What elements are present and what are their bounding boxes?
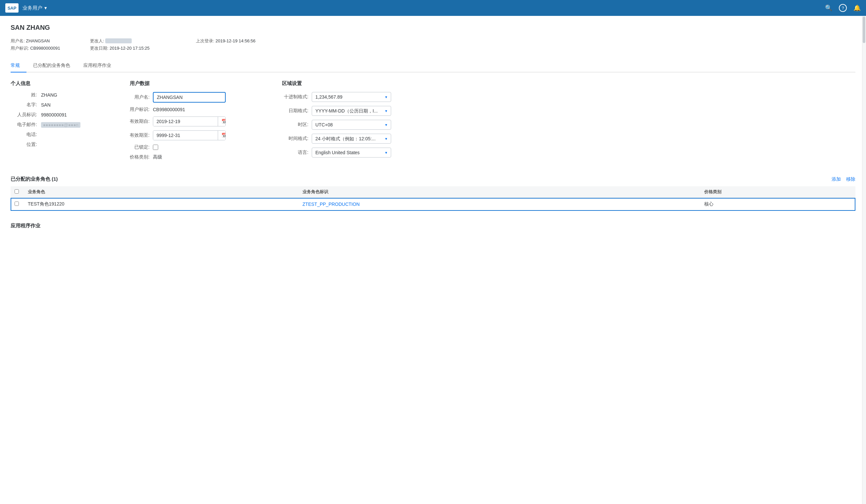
valid-to-input[interactable] (153, 131, 218, 140)
field-firstname: 名字: SAN (11, 102, 116, 108)
roles-title: 已分配的业务角色 (1) (11, 176, 58, 182)
valid-from-calendar-icon[interactable]: 📅 (218, 117, 226, 126)
user-data-section: 用户数据 用户名: 用户标识: CB9980000091 有效期自: 📅 有效期… (130, 80, 269, 164)
region-timezone-row: 时区: UTC+08 (282, 120, 855, 130)
sections-row: 个人信息 姓: ZHANG 名字: SAN 人员标识: 9980000091 电… (11, 80, 855, 164)
select-all-checkbox[interactable] (14, 189, 19, 193)
scrollbar-thumb[interactable] (863, 16, 865, 43)
locked-checkbox[interactable] (153, 145, 158, 150)
chevron-down-icon: ▾ (44, 5, 47, 11)
user-data-userid-row: 用户标识: CB9980000091 (130, 107, 269, 112)
region-settings-title: 区域设置 (282, 80, 855, 87)
region-date-format-row: 日期格式: YYYY-MM-DD（公历日期，I... (282, 106, 855, 116)
meta-last-login-label: 上次登录: (196, 38, 214, 43)
app-title-button[interactable]: 业务用户 ▾ (22, 5, 47, 11)
meta-changedate-label: 更改日期: (90, 46, 109, 51)
meta-info: 用户名: ZHANGSAN 更改人: 上次登录: 2019-12-19 14:5… (11, 38, 855, 51)
roles-table-header: 业务角色 业务角色标识 价格类别 (11, 186, 855, 198)
help-icon[interactable]: ? (839, 4, 847, 12)
col-header-price-cat: 价格类别 (700, 186, 855, 198)
locked-label: 已锁定: (130, 144, 149, 150)
meta-modifier-row: 更改人: (90, 38, 196, 44)
time-format-select[interactable]: 24 小时格式（例如：12:05:... (312, 134, 391, 144)
tabs-container: 常规 已分配的业务角色 应用程序作业 (11, 59, 855, 72)
language-select-wrapper: English United States (312, 148, 391, 157)
user-data-userid-label: 用户标识: (130, 107, 149, 112)
timezone-label: 时区: (282, 122, 308, 128)
valid-from-input[interactable] (153, 117, 218, 126)
user-data-valid-from-row: 有效期自: 📅 (130, 116, 269, 126)
field-firstname-label: 名字: (11, 102, 37, 108)
valid-to-label: 有效期至: (130, 132, 149, 138)
roles-header: 已分配的业务角色 (1) 添加 移除 (11, 176, 855, 182)
meta-username-value: ZHANGSAN (26, 38, 49, 43)
roles-actions: 添加 移除 (832, 176, 855, 182)
assigned-roles-section: 已分配的业务角色 (1) 添加 移除 业务角色 业务角色标识 价格类别 (11, 176, 855, 211)
col-header-role-id: 业务角色标识 (299, 186, 700, 198)
field-personnel-id-value: 9980000091 (41, 112, 67, 117)
field-firstname-value: SAN (41, 102, 51, 108)
meta-userid-row: 用户标识: CB9980000091 (11, 45, 90, 51)
time-format-select-wrapper: 24 小时格式（例如：12:05:... (312, 134, 391, 144)
valid-from-label: 有效期自: (130, 119, 149, 124)
meta-modifier-value (105, 38, 132, 43)
meta-username-row: 用户名: ZHANGSAN (11, 38, 90, 44)
region-decimal-row: 十进制格式: 1,234,567.89 (282, 92, 855, 102)
valid-from-wrapper: 📅 (153, 116, 226, 126)
decimal-label: 十进制格式: (282, 94, 308, 100)
row-role-name: TEST角色191220 (24, 198, 299, 211)
row-checkbox-cell (11, 198, 24, 211)
page-title: SAN ZHANG (11, 24, 855, 32)
meta-userid-value: CB9980000091 (30, 46, 60, 51)
field-location-label: 位置: (11, 142, 37, 148)
date-format-select-wrapper: YYYY-MM-DD（公历日期，I... (312, 106, 391, 116)
roles-table-body: TEST角色191220 ZTEST_PP_PRODUCTION 核心 (11, 198, 855, 211)
user-data-username-row: 用户名: (130, 92, 269, 103)
sap-logo: SAP (5, 3, 19, 13)
timezone-select[interactable]: UTC+08 (312, 120, 391, 130)
tab-jobs[interactable]: 应用程序作业 (77, 59, 118, 72)
date-format-select[interactable]: YYYY-MM-DD（公历日期，I... (312, 106, 391, 116)
row-checkbox[interactable] (14, 202, 19, 206)
main-content: SAN ZHANG 用户名: ZHANGSAN 更改人: 上次登录: 2019-… (0, 16, 866, 504)
valid-to-calendar-icon[interactable]: 📅 (218, 131, 226, 140)
search-icon[interactable]: 🔍 (825, 4, 832, 12)
username-input[interactable] (153, 92, 226, 103)
header-left: SAP 业务用户 ▾ (5, 3, 47, 13)
field-phone-label: 电话: (11, 132, 37, 138)
field-email: 电子邮件: ●●●●●●●●@●●●n (11, 122, 116, 128)
app-jobs-section: 应用程序作业 (11, 223, 855, 229)
region-settings-section: 区域设置 十进制格式: 1,234,567.89 日期格式: YYYY-MM-D… (282, 80, 855, 164)
field-personnel-id-label: 人员标识: (11, 112, 37, 118)
meta-username-label: 用户名: (11, 38, 25, 43)
price-category-value: 高级 (153, 154, 162, 160)
personal-info-section: 个人信息 姓: ZHANG 名字: SAN 人员标识: 9980000091 电… (11, 80, 116, 164)
notification-icon[interactable]: 🔔 (853, 4, 861, 12)
row-role-id[interactable]: ZTEST_PP_PRODUCTION (299, 198, 700, 211)
user-data-locked-row: 已锁定: (130, 144, 269, 150)
price-category-label: 价格类别: (130, 154, 149, 160)
add-role-button[interactable]: 添加 (832, 176, 841, 182)
field-lastname-value: ZHANG (41, 92, 57, 98)
meta-modifier-label: 更改人: (90, 38, 104, 43)
meta-userid-label: 用户标识: (11, 46, 29, 51)
app-title-label: 业务用户 (22, 5, 42, 11)
locked-checkbox-wrapper (153, 145, 158, 150)
user-data-valid-to-row: 有效期至: 📅 (130, 131, 269, 140)
field-phone: 电话: (11, 132, 116, 138)
language-select[interactable]: English United States (312, 148, 391, 157)
field-email-label: 电子邮件: (11, 122, 37, 128)
tab-roles[interactable]: 已分配的业务角色 (26, 59, 77, 72)
tab-general[interactable]: 常规 (11, 59, 26, 72)
remove-role-button[interactable]: 移除 (846, 176, 855, 182)
scrollbar-track[interactable] (862, 16, 866, 504)
meta-last-login-row: 上次登录: 2019-12-19 14:56:56 (196, 38, 855, 44)
date-format-label: 日期格式: (282, 108, 308, 114)
timezone-select-wrapper: UTC+08 (312, 120, 391, 130)
meta-last-login-value: 2019-12-19 14:56:56 (215, 38, 255, 43)
decimal-select[interactable]: 1,234,567.89 (312, 92, 391, 102)
field-email-value: ●●●●●●●●@●●●n (41, 122, 80, 128)
time-format-label: 时间格式: (282, 136, 308, 142)
field-lastname-label: 姓: (11, 92, 37, 98)
decimal-select-wrapper: 1,234,567.89 (312, 92, 391, 102)
